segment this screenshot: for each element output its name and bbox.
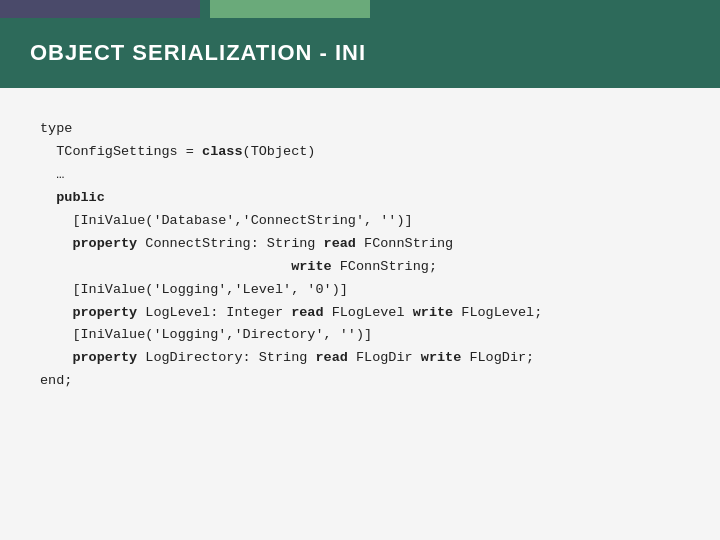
code-line-prop-loglevel: property LogLevel: Integer read FLogLeve… bbox=[40, 302, 680, 325]
code-line-prop-connectstring: property ConnectString: String read FCon… bbox=[40, 233, 680, 256]
code-line-ellipsis: … bbox=[40, 164, 680, 187]
code-line-inivalue-log-level: [IniValue('Logging','Level', '0')] bbox=[40, 279, 680, 302]
top-bar bbox=[0, 0, 720, 18]
top-bar-segment2 bbox=[210, 0, 370, 18]
code-line-type: type bbox=[40, 118, 680, 141]
code-line-inivalue-db: [IniValue('Database','ConnectString', ''… bbox=[40, 210, 680, 233]
code-line-tconfig: TConfigSettings = class(TObject) bbox=[40, 141, 680, 164]
header: OBJECT SERIALIZATION - INI bbox=[0, 18, 720, 88]
code-line-public: public bbox=[40, 187, 680, 210]
code-line-end: end; bbox=[40, 370, 680, 393]
top-bar-segment3 bbox=[370, 0, 720, 18]
page-title: OBJECT SERIALIZATION - INI bbox=[30, 40, 366, 65]
top-bar-segment1 bbox=[0, 0, 200, 18]
code-line-write-connstring: write FConnString; bbox=[40, 256, 680, 279]
code-block: type TConfigSettings = class(TObject) … … bbox=[40, 118, 680, 393]
content: type TConfigSettings = class(TObject) … … bbox=[0, 88, 720, 423]
code-line-inivalue-log-dir: [IniValue('Logging','Directory', '')] bbox=[40, 324, 680, 347]
code-line-prop-logdir: property LogDirectory: String read FLogD… bbox=[40, 347, 680, 370]
